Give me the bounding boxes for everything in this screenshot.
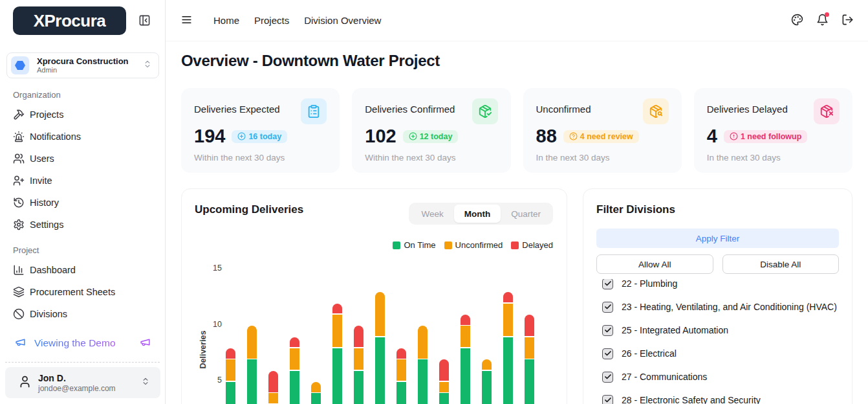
division-checkbox[interactable] bbox=[602, 372, 613, 383]
bar-segment-on-time bbox=[290, 371, 299, 404]
bar-segment-delayed bbox=[439, 359, 449, 381]
division-row-23-heating-ventilating-and-air-conditioning-hvac: 23 - Heating, Ventilating, and Air Condi… bbox=[583, 295, 852, 319]
filter-divisions-card: Filter Divisions Apply Filter Allow All … bbox=[583, 188, 852, 404]
bar-1 bbox=[226, 257, 235, 404]
sidebar: XProcura Xprocura Construction Admin Org… bbox=[0, 0, 166, 404]
sidebar-item-divisions[interactable]: Divisions bbox=[0, 303, 165, 325]
page-title: Overview - Downtown Water Project bbox=[181, 52, 440, 70]
division-checkbox[interactable] bbox=[602, 348, 613, 359]
bar-segment-unconfirmed bbox=[354, 348, 363, 370]
division-label: 22 - Plumbing bbox=[622, 279, 677, 289]
sidebar-item-notifications[interactable]: Notifications bbox=[0, 126, 165, 148]
bar-segment-on-time bbox=[247, 359, 257, 404]
sidebar-divider bbox=[5, 362, 160, 363]
division-label: 27 - Communications bbox=[622, 372, 707, 382]
stat-badge-text: 12 today bbox=[420, 132, 453, 141]
sidebar-item-dashboard[interactable]: Dashboard bbox=[0, 259, 165, 281]
stat-icon-box bbox=[814, 98, 840, 124]
bar-13 bbox=[482, 257, 492, 404]
stat-icon-box bbox=[301, 98, 327, 124]
apply-filter-button[interactable]: Apply Filter bbox=[596, 229, 839, 248]
app-root: XProcura Xprocura Construction Admin Org… bbox=[0, 0, 868, 404]
org-selector[interactable]: Xprocura Construction Admin bbox=[6, 52, 159, 78]
bar-12 bbox=[461, 257, 470, 404]
stat-title: Deliveries Confirmed bbox=[365, 98, 455, 115]
division-checkbox[interactable] bbox=[602, 302, 613, 313]
org-avatar bbox=[11, 56, 29, 74]
bar-segment-delayed bbox=[461, 315, 470, 325]
upcoming-deliveries-card: Upcoming Deliveries WeekMonthQuarter On … bbox=[181, 188, 567, 404]
legend-item-unconfirmed: Unconfirmed bbox=[444, 240, 503, 250]
circle-plus-icon bbox=[409, 132, 417, 140]
nav-link-projects[interactable]: Projects bbox=[254, 15, 289, 26]
chevrons-up-down-icon bbox=[141, 377, 150, 386]
logout-button[interactable] bbox=[840, 13, 855, 28]
division-checkbox[interactable] bbox=[602, 395, 613, 404]
range-tab-month[interactable]: Month bbox=[454, 205, 501, 223]
bar-segment-on-time bbox=[482, 371, 492, 404]
demo-banner[interactable]: Viewing the Demo bbox=[0, 331, 165, 355]
stat-icon-box bbox=[643, 98, 669, 124]
notifications-button[interactable] bbox=[814, 13, 830, 28]
sidebar-item-procurement-sheets[interactable]: Procurement Sheets bbox=[0, 281, 165, 303]
sidebar-item-projects[interactable]: Projects bbox=[0, 104, 165, 126]
bar-segment-delayed bbox=[503, 292, 513, 302]
sidebar-collapse-button[interactable] bbox=[138, 14, 151, 27]
stat-badge: 4 need review bbox=[563, 130, 639, 143]
division-row-26-electrical: 26 - Electrical bbox=[583, 342, 852, 365]
stat-subtitle: Within the next 30 days bbox=[365, 153, 497, 163]
package-search-icon bbox=[649, 104, 663, 118]
disable-all-button[interactable]: Disable All bbox=[722, 254, 840, 274]
chevrons-up-down-icon bbox=[143, 60, 152, 69]
stat-badge: 1 need followup bbox=[724, 130, 807, 143]
sidebar-item-invite[interactable]: Invite bbox=[0, 170, 165, 192]
bar-3 bbox=[268, 257, 278, 404]
division-list: 22 - Plumbing23 - Heating, Ventilating, … bbox=[583, 279, 852, 404]
sidebar-item-label: Projects bbox=[30, 109, 63, 120]
division-checkbox[interactable] bbox=[602, 325, 613, 336]
main-content: HomeProjectsDivision Overview Overview -… bbox=[166, 0, 868, 404]
legend-item-delayed: Delayed bbox=[511, 240, 553, 250]
sidebar-item-settings[interactable]: Settings bbox=[0, 214, 165, 236]
menu-button[interactable] bbox=[179, 13, 194, 28]
bar-segment-delayed bbox=[354, 326, 363, 347]
legend-swatch bbox=[444, 241, 452, 249]
bar-segment-unconfirmed bbox=[525, 337, 534, 359]
stat-value: 88 bbox=[536, 126, 557, 147]
sidebar-item-history[interactable]: History bbox=[0, 192, 165, 214]
range-tab-quarter[interactable]: Quarter bbox=[501, 205, 551, 223]
stat-badge-text: 4 need review bbox=[580, 132, 633, 141]
theme-button[interactable] bbox=[789, 13, 805, 28]
range-tab-week[interactable]: Week bbox=[411, 205, 453, 223]
y-axis-label: Deliveries bbox=[199, 330, 209, 369]
check-icon bbox=[604, 396, 612, 404]
layers-icon bbox=[13, 286, 25, 298]
bar-segment-unconfirmed bbox=[439, 382, 449, 392]
hammer-icon bbox=[13, 109, 25, 120]
sidebar-item-label: Divisions bbox=[30, 309, 67, 319]
user-icon bbox=[18, 375, 32, 388]
stat-icon-box bbox=[472, 98, 498, 124]
sidebar-item-users[interactable]: Users bbox=[0, 148, 165, 170]
circle-help-icon bbox=[569, 132, 578, 140]
nav-link-division-overview[interactable]: Division Overview bbox=[304, 15, 381, 26]
allow-all-button[interactable]: Allow All bbox=[596, 254, 713, 274]
nav-link-home[interactable]: Home bbox=[213, 15, 239, 26]
stat-subtitle: In the next 30 days bbox=[707, 153, 840, 163]
bar-7 bbox=[354, 257, 363, 404]
bar-segment-delayed bbox=[268, 371, 278, 392]
stat-title: Deliveries Expected bbox=[194, 98, 280, 115]
package-x-icon bbox=[819, 104, 834, 118]
division-checkbox[interactable] bbox=[602, 279, 613, 289]
menu-icon bbox=[180, 14, 193, 26]
user-menu[interactable]: Jon D. jondoe@example.com bbox=[5, 367, 160, 398]
brand-logo: XProcura bbox=[13, 6, 126, 35]
bar-segment-on-time bbox=[375, 337, 385, 404]
time-range-toggle: WeekMonthQuarter bbox=[409, 203, 553, 225]
division-row-28-electronic-safety-and-security: 28 - Electronic Safety and Security bbox=[583, 388, 852, 404]
y-tick-5: 5 bbox=[201, 376, 222, 385]
stat-badge: 16 today bbox=[232, 130, 287, 143]
stat-title: Unconfirmed bbox=[536, 98, 591, 115]
sidebar-item-label: Notifications bbox=[30, 131, 81, 142]
bar-segment-delayed bbox=[290, 337, 299, 348]
